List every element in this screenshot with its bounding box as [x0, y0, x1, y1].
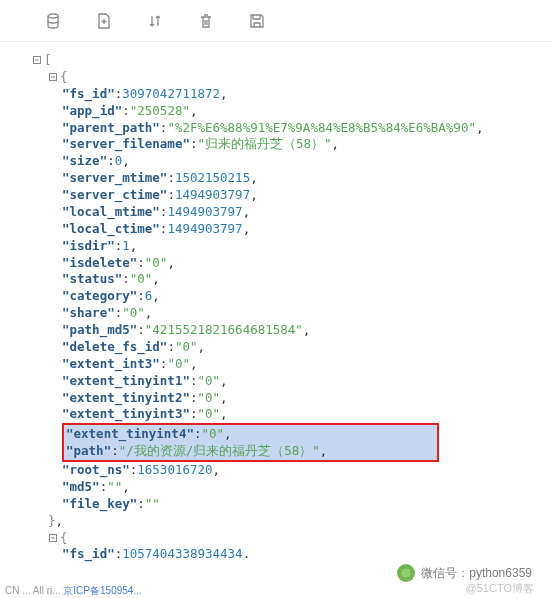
- json-key: size: [70, 153, 100, 168]
- comma: ,: [56, 513, 64, 530]
- footer-left: CN ... All ri...: [5, 585, 63, 596]
- json-entry[interactable]: "md5":"",: [12, 479, 542, 496]
- database-icon[interactable]: [45, 13, 61, 29]
- new-file-icon[interactable]: [96, 13, 112, 29]
- watermark: 微信号：python6359: [397, 564, 532, 582]
- watermark-sub: @51CTO博客: [466, 581, 534, 596]
- footer: CN ... All ri... 京ICP备150954...: [5, 584, 142, 598]
- json-key: local_ctime: [70, 221, 153, 236]
- object-open-row[interactable]: {: [12, 530, 542, 547]
- json-key: md5: [70, 479, 93, 494]
- sort-icon[interactable]: [147, 13, 163, 29]
- json-value: "0": [122, 305, 145, 322]
- json-value: "0": [201, 426, 224, 441]
- collapse-icon[interactable]: [32, 55, 42, 65]
- json-value: "/我的资源/归来的福丹芝（58）": [119, 443, 320, 458]
- json-key: isdelete: [70, 255, 130, 270]
- json-value: 1494903797: [167, 221, 242, 238]
- watermark-text: 微信号：python6359: [421, 565, 532, 582]
- json-value: 1: [122, 238, 130, 255]
- json-value: 1502150215: [175, 170, 250, 187]
- json-value: 1653016720: [137, 462, 212, 479]
- json-entry[interactable]: "extent_tinyint1":"0",: [12, 373, 542, 390]
- json-entry[interactable]: "delete_fs_id":"0",: [12, 339, 542, 356]
- json-value: 0: [115, 153, 123, 170]
- json-key: extent_tinyint4: [74, 426, 187, 441]
- json-entry[interactable]: "server_ctime":1494903797,: [12, 187, 542, 204]
- json-key: root_ns: [70, 462, 123, 477]
- object-open-row[interactable]: {: [12, 69, 542, 86]
- json-entry-highlighted[interactable]: "extent_tinyint4":"0", "path":"/我的资源/归来的…: [12, 423, 542, 462]
- json-entry[interactable]: "server_mtime":1502150215,: [12, 170, 542, 187]
- svg-point-0: [48, 14, 58, 18]
- footer-link[interactable]: 京ICP备150954...: [63, 585, 141, 596]
- json-value: 3097042711872: [122, 86, 220, 103]
- wechat-icon: [397, 564, 415, 582]
- json-key: delete_fs_id: [70, 339, 160, 354]
- json-entry[interactable]: "status":"0",: [12, 271, 542, 288]
- json-value: 1494903797: [175, 187, 250, 204]
- collapse-icon[interactable]: [48, 533, 58, 543]
- array-open-row[interactable]: [: [12, 52, 542, 69]
- json-key: isdir: [70, 238, 108, 253]
- json-entry[interactable]: "fs_id":3097042711872,: [12, 86, 542, 103]
- json-entry[interactable]: "app_id":"250528",: [12, 103, 542, 120]
- json-entry[interactable]: "share":"0",: [12, 305, 542, 322]
- json-key: extent_tinyint2: [70, 390, 183, 405]
- json-value: "0": [145, 255, 168, 272]
- json-value: 6: [145, 288, 153, 305]
- json-value: "0": [130, 271, 153, 288]
- json-value: "0": [197, 406, 220, 423]
- json-entry[interactable]: "extent_int3":"0",: [12, 356, 542, 373]
- json-entry[interactable]: "extent_tinyint3":"0",: [12, 406, 542, 423]
- json-entry[interactable]: "fs_id":1057404338934434.: [12, 546, 542, 563]
- json-key: local_mtime: [70, 204, 153, 219]
- json-value: "4215521821664681584": [145, 322, 303, 339]
- brace: }: [48, 513, 56, 530]
- save-icon[interactable]: [249, 13, 265, 29]
- json-value: "%2F%E6%88%91%E7%9A%84%E8%B5%84%E6%BA%90…: [167, 120, 476, 137]
- json-entry[interactable]: "extent_tinyint2":"0",: [12, 390, 542, 407]
- json-key: file_key: [70, 496, 130, 511]
- json-key: fs_id: [70, 86, 108, 101]
- json-value: "0": [197, 390, 220, 407]
- json-key: server_filename: [70, 136, 183, 151]
- json-value: "": [107, 479, 122, 496]
- brace: {: [60, 69, 68, 86]
- json-value: "归来的福丹芝（58）": [197, 136, 331, 153]
- json-key: extent_int3: [70, 356, 153, 371]
- json-key: server_ctime: [70, 187, 160, 202]
- json-entry[interactable]: "category":6,: [12, 288, 542, 305]
- json-key: extent_tinyint3: [70, 406, 183, 421]
- json-key: share: [70, 305, 108, 320]
- json-value: "0": [175, 339, 198, 356]
- json-value: 1494903797: [167, 204, 242, 221]
- json-value: "250528": [130, 103, 190, 120]
- bracket: [: [44, 52, 52, 69]
- json-key: parent_path: [70, 120, 153, 135]
- json-key: category: [70, 288, 130, 303]
- json-entry[interactable]: "size":0,: [12, 153, 542, 170]
- json-entry[interactable]: "isdelete":"0",: [12, 255, 542, 272]
- json-key: fs_id: [70, 546, 108, 561]
- json-entry[interactable]: "server_filename":"归来的福丹芝（58）",: [12, 136, 542, 153]
- brace: {: [60, 530, 68, 547]
- json-value: "0": [167, 356, 190, 373]
- json-entry[interactable]: "isdir":1,: [12, 238, 542, 255]
- json-key: app_id: [70, 103, 115, 118]
- toolbar: [0, 0, 552, 42]
- json-tree: [ { "fs_id":3097042711872, "app_id":"250…: [0, 42, 552, 563]
- delete-icon[interactable]: [198, 13, 214, 29]
- json-entry[interactable]: "local_mtime":1494903797,: [12, 204, 542, 221]
- json-value: 1057404338934434: [122, 546, 242, 563]
- json-key: server_mtime: [70, 170, 160, 185]
- json-entry[interactable]: "root_ns":1653016720,: [12, 462, 542, 479]
- object-close-row: },: [12, 513, 542, 530]
- json-value: "": [145, 496, 160, 513]
- collapse-icon[interactable]: [48, 72, 58, 82]
- json-key: path: [74, 443, 104, 458]
- json-entry[interactable]: "local_ctime":1494903797,: [12, 221, 542, 238]
- json-entry[interactable]: "path_md5":"4215521821664681584",: [12, 322, 542, 339]
- json-entry[interactable]: "file_key":"": [12, 496, 542, 513]
- json-entry[interactable]: "parent_path":"%2F%E6%88%91%E7%9A%84%E8%…: [12, 120, 542, 137]
